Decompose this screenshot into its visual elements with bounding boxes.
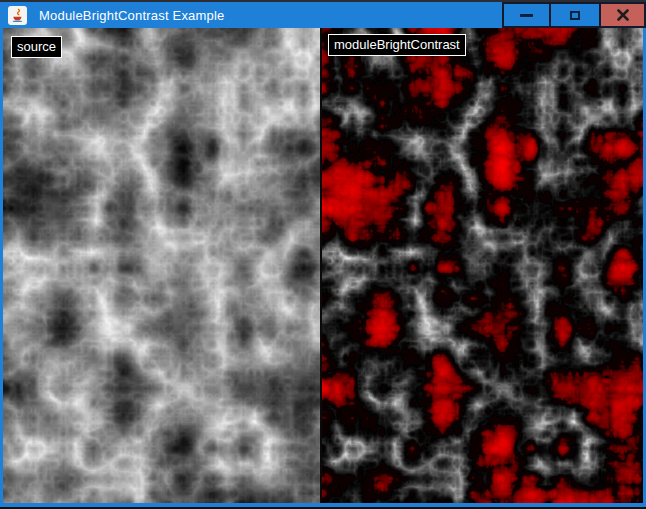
minimize-button[interactable] <box>502 2 551 28</box>
source-image <box>3 28 320 503</box>
window-title: ModuleBrightContrast Example <box>39 8 225 23</box>
source-label: source <box>11 36 62 58</box>
minimize-icon <box>520 14 533 17</box>
source-image-panel: source <box>3 28 320 503</box>
result-image-panel: moduleBrightContrast <box>322 28 643 503</box>
maximize-button[interactable] <box>549 2 601 28</box>
titlebar[interactable]: ModuleBrightContrast Example <box>0 0 646 28</box>
maximize-icon <box>570 11 580 20</box>
application-window: ModuleBrightContrast Example source m <box>0 0 646 509</box>
java-coffee-cup-glyph <box>10 8 25 23</box>
window-controls <box>502 2 646 28</box>
content-area: source moduleBrightContrast <box>0 28 646 503</box>
java-coffee-cup-icon[interactable] <box>8 6 27 25</box>
modulebrightcontrast-label: moduleBrightContrast <box>328 34 466 56</box>
modulebrightcontrast-image <box>322 28 643 503</box>
close-icon <box>617 9 629 21</box>
close-button[interactable] <box>599 2 646 28</box>
